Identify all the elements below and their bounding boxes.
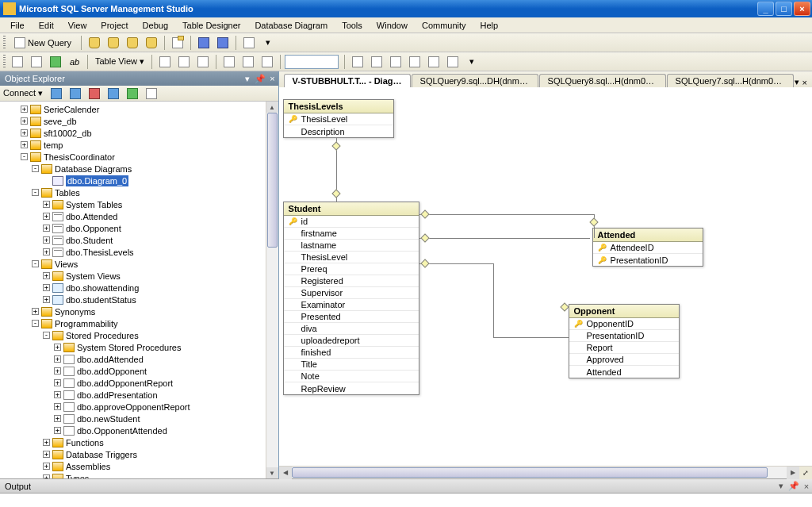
tree-database[interactable]: + temp <box>3 139 278 151</box>
column-row[interactable]: lastname <box>284 240 419 252</box>
menu-community[interactable]: Community <box>416 19 472 32</box>
column-row[interactable]: 🔑 PresentationID <box>593 254 703 266</box>
expander-icon[interactable]: + <box>43 451 50 458</box>
tree-database[interactable]: + SerieCalender <box>3 103 278 115</box>
entity-opponent[interactable]: Opponent 🔑 OpponentID PresentationID Rep… <box>569 304 680 378</box>
expander-icon[interactable]: + <box>43 284 50 291</box>
tree-folder-stored-procs[interactable]: - Stored Procedures <box>3 329 278 341</box>
tree-folder-system-tables[interactable]: + System Tables <box>3 198 278 210</box>
entity-header[interactable]: Attended <box>593 229 703 242</box>
tool-btn-7[interactable] <box>194 54 212 70</box>
expander-icon[interactable]: + <box>21 106 28 113</box>
object-tree[interactable]: + SerieCalender + seve_db + sft10002_db … <box>0 102 278 478</box>
hscroll-thumb[interactable] <box>292 467 768 478</box>
column-row[interactable]: Supervisor <box>284 287 419 299</box>
panel-pin-button[interactable]: 📌 <box>255 73 266 84</box>
tree-view[interactable]: + dbo.studentStatus <box>3 294 278 305</box>
expander-icon[interactable]: + <box>54 427 61 434</box>
column-row[interactable]: 🔑 ThesisLevel <box>284 113 393 125</box>
tool-btn-3[interactable] <box>47 54 64 70</box>
tree-database[interactable]: - ThesisCoordinator <box>3 151 278 163</box>
output-close-button[interactable]: × <box>801 481 812 492</box>
expander-icon[interactable]: + <box>54 355 61 363</box>
maximize-button[interactable]: □ <box>776 2 792 16</box>
entity-header[interactable]: ThesisLevels <box>284 100 393 113</box>
connect-tool-4[interactable] <box>105 86 122 102</box>
tree-table[interactable]: + dbo.Opponent <box>3 222 278 234</box>
connect-tool-2[interactable] <box>67 86 84 102</box>
column-row[interactable]: Report <box>569 342 679 354</box>
save-button[interactable] <box>195 35 213 51</box>
entity-header[interactable]: Student <box>284 202 419 216</box>
tree-stored-proc[interactable]: + dbo.addPresentation <box>3 389 278 401</box>
scroll-up-button[interactable]: ▲ <box>266 102 278 113</box>
expander-icon[interactable] <box>43 177 50 184</box>
panel-dropdown-button[interactable]: ▾ <box>242 73 253 84</box>
tool-btn-11[interactable] <box>349 54 366 70</box>
tool-btn-4[interactable]: ab <box>66 54 83 70</box>
column-row[interactable]: uploadedreport <box>284 335 419 347</box>
expander-icon[interactable]: - <box>32 165 39 172</box>
column-row[interactable]: ThesisLevel <box>284 252 419 263</box>
expander-icon[interactable]: + <box>43 272 50 279</box>
menu-table-designer[interactable]: Table Designer <box>177 19 246 32</box>
tree-stored-proc[interactable]: + dbo.addAttended <box>3 353 278 365</box>
tool-btn-16[interactable] <box>444 54 462 70</box>
menu-help[interactable]: Help <box>475 19 504 32</box>
column-row[interactable]: diva <box>284 323 419 335</box>
expander-icon[interactable]: + <box>54 367 61 374</box>
expander-icon[interactable]: + <box>54 344 61 351</box>
column-row[interactable]: Description <box>284 125 393 137</box>
expander-icon[interactable]: + <box>43 225 50 232</box>
expander-icon[interactable]: + <box>43 439 50 446</box>
expander-icon[interactable]: + <box>43 236 50 244</box>
tool-btn-2[interactable] <box>28 54 45 70</box>
menu-edit[interactable]: Edit <box>33 19 59 32</box>
menu-tools[interactable]: Tools <box>336 19 368 32</box>
column-row[interactable]: Approved <box>569 354 679 366</box>
tool-btn-1[interactable] <box>9 54 26 70</box>
column-row[interactable]: finished <box>284 347 419 359</box>
column-row[interactable]: Examinator <box>284 299 419 311</box>
connect-tool-5[interactable] <box>124 86 141 102</box>
tool-btn-10[interactable] <box>259 54 276 70</box>
column-row[interactable]: Presented <box>284 311 419 323</box>
activity-button[interactable] <box>240 35 258 51</box>
column-row[interactable]: 🔑 AttendeeID <box>593 242 703 254</box>
expander-icon[interactable]: + <box>21 141 28 148</box>
column-row[interactable]: firstname <box>284 228 419 240</box>
tab-menu-button[interactable]: ▾ <box>795 77 799 87</box>
expander-icon[interactable]: + <box>43 201 50 208</box>
panel-close-button[interactable]: × <box>267 73 278 84</box>
column-row[interactable]: RepReview <box>284 382 419 394</box>
tree-stored-proc[interactable]: + dbo.newStudent <box>3 413 278 424</box>
tree-stored-proc[interactable]: + dbo.addOpponent <box>3 365 278 377</box>
expander-icon[interactable]: + <box>43 296 50 303</box>
tool-btn-dropdown[interactable]: ▾ <box>463 54 481 70</box>
expander-icon[interactable]: + <box>54 403 61 410</box>
scroll-down-button[interactable]: ▼ <box>266 467 278 478</box>
column-row[interactable]: Title <box>284 359 419 371</box>
tree-folder-programmability[interactable]: - Programmability <box>3 317 278 329</box>
new-db-button[interactable] <box>86 35 103 51</box>
connect-tool-3[interactable] <box>86 86 103 102</box>
expander-icon[interactable]: + <box>54 391 61 398</box>
new-item-button[interactable] <box>105 35 122 51</box>
tool-btn-12[interactable] <box>368 54 385 70</box>
tool-btn-8[interactable] <box>220 54 238 70</box>
connect-button[interactable]: Connect ▾ <box>3 88 46 98</box>
new-query-button[interactable]: New Query <box>9 35 77 51</box>
column-row[interactable]: PresentationID <box>569 330 679 342</box>
expander-icon[interactable]: + <box>21 129 28 136</box>
tree-table[interactable]: + dbo.ThesisLevels <box>3 246 278 258</box>
tree-folder-diagrams[interactable]: - Database Diagrams <box>3 163 278 175</box>
expander-icon[interactable]: + <box>54 379 61 386</box>
tree-database[interactable]: + seve_db <box>3 115 278 127</box>
output-dropdown-button[interactable]: ▾ <box>776 481 787 492</box>
menu-project[interactable]: Project <box>95 19 133 32</box>
expander-icon[interactable]: - <box>32 320 39 327</box>
document-tab[interactable]: V-STUBBHULT.T... - Diagram_0* <box>284 74 411 87</box>
output-pin-button[interactable]: 📌 <box>788 481 799 492</box>
document-tab[interactable]: SQLQuery7.sql...H(dnm01 (54))* <box>667 74 794 87</box>
scroll-thumb[interactable] <box>267 113 278 248</box>
